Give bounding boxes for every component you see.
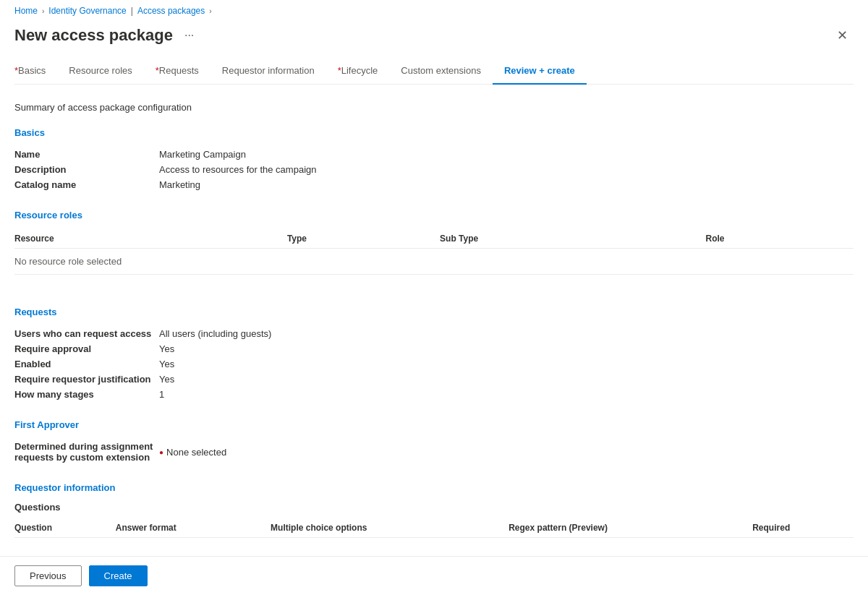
col-resource: Resource: [14, 229, 287, 249]
requests-section: Requests Users who can request access Al…: [14, 307, 854, 402]
field-value-users: All users (including guests): [159, 326, 854, 341]
ellipsis-menu-button[interactable]: ···: [180, 27, 198, 43]
first-approver-fields: Determined during assignment requests by…: [14, 439, 854, 465]
tab-requests[interactable]: *Requests: [144, 58, 210, 85]
no-resource-text: No resource role selected: [14, 249, 854, 275]
field-value-stages: 1: [159, 387, 854, 402]
breadcrumb-chevron-2: ›: [209, 7, 211, 15]
field-label-users: Users who can request access: [14, 326, 159, 341]
requests-fields: Users who can request access All users (…: [14, 326, 854, 402]
basics-section: Basics Name Marketing Campaign Descripti…: [14, 127, 854, 192]
col-answer-format: Answer format: [116, 518, 271, 538]
questions-label: Questions: [14, 502, 854, 513]
breadcrumb-chevron-1: ›: [42, 7, 44, 15]
none-selected-text: None selected: [166, 447, 226, 458]
wizard-tabs: *Basics Resource roles *Requests Request…: [14, 58, 854, 85]
field-value-enabled: Yes: [159, 356, 854, 372]
tab-resource-roles[interactable]: Resource roles: [57, 58, 143, 85]
field-value-approval: Yes: [159, 341, 854, 356]
tab-requestor-information[interactable]: Requestor information: [210, 58, 326, 85]
close-icon: ✕: [837, 28, 848, 43]
breadcrumb: Home › Identity Governance | Access pack…: [14, 0, 854, 19]
breadcrumb-separator: |: [131, 6, 133, 16]
breadcrumb-access-packages[interactable]: Access packages: [137, 6, 205, 16]
basics-fields: Name Marketing Campaign Description Acce…: [14, 147, 854, 192]
field-value-name: Marketing Campaign: [159, 147, 854, 162]
basics-heading: Basics: [14, 127, 854, 138]
resource-roles-table: Resource Type Sub Type Role No resource …: [14, 229, 854, 275]
create-button[interactable]: Create: [89, 565, 148, 586]
breadcrumb-home[interactable]: Home: [14, 6, 38, 16]
col-question: Question: [14, 518, 116, 538]
col-role: Role: [706, 229, 854, 249]
tab-lifecycle[interactable]: *Lifecycle: [326, 58, 390, 85]
tab-custom-extensions[interactable]: Custom extensions: [389, 58, 493, 85]
tab-review-create[interactable]: Review + create: [493, 58, 587, 85]
bottom-bar: Previous Create: [0, 556, 868, 595]
field-label-name: Name: [14, 147, 159, 162]
field-value-custom-extension: ● None selected: [159, 439, 854, 465]
col-multiple-choice: Multiple choice options: [271, 518, 509, 538]
col-required: Required: [752, 518, 854, 538]
col-regex-pattern: Regex pattern (Preview): [509, 518, 752, 538]
field-label-justification: Require requestor justification: [14, 372, 159, 387]
resource-roles-section: Resource roles Resource Type Sub Type Ro…: [14, 210, 854, 275]
field-label-description: Description: [14, 162, 159, 177]
close-button[interactable]: ✕: [831, 25, 854, 46]
col-type: Type: [287, 229, 440, 249]
first-approver-section: First Approver Determined during assignm…: [14, 419, 854, 465]
previous-button[interactable]: Previous: [14, 565, 82, 586]
questions-table: Question Answer format Multiple choice o…: [14, 518, 854, 538]
field-label-enabled: Enabled: [14, 356, 159, 372]
no-resource-row: No resource role selected: [14, 249, 854, 275]
field-label-custom-extension: Determined during assignment requests by…: [14, 439, 159, 465]
resource-roles-heading: Resource roles: [14, 210, 854, 221]
summary-text: Summary of access package configuration: [14, 102, 854, 113]
field-value-catalog: Marketing: [159, 177, 854, 192]
requests-heading: Requests: [14, 307, 854, 317]
requestor-information-section: Requestor information Questions Question…: [14, 482, 854, 538]
page-title: New access package: [14, 26, 173, 45]
requestor-information-heading: Requestor information: [14, 482, 854, 493]
field-value-description: Access to resources for the campaign: [159, 162, 854, 177]
field-label-stages: How many stages: [14, 387, 159, 402]
error-icon: ●: [159, 448, 163, 456]
breadcrumb-identity-governance[interactable]: Identity Governance: [48, 6, 126, 16]
first-approver-heading: First Approver: [14, 419, 854, 430]
field-label-approval: Require approval: [14, 341, 159, 356]
field-value-justification: Yes: [159, 372, 854, 387]
tab-basics[interactable]: *Basics: [14, 58, 57, 85]
field-label-catalog: Catalog name: [14, 177, 159, 192]
page-header: New access package ··· ✕: [14, 19, 854, 58]
col-subtype: Sub Type: [440, 229, 705, 249]
